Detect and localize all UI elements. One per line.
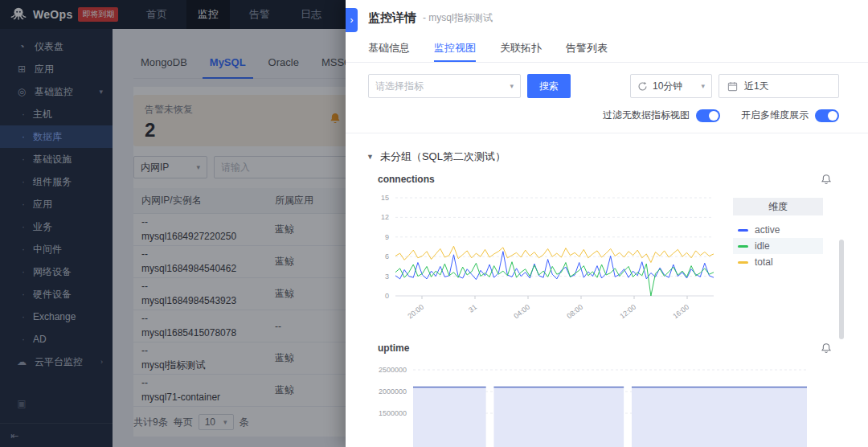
multi-dimension-toggle[interactable] bbox=[815, 109, 839, 122]
chevron-down-icon: ▾ bbox=[701, 82, 705, 90]
svg-text:9: 9 bbox=[385, 233, 389, 241]
drawer-tab-topology[interactable]: 关联拓扑 bbox=[500, 35, 542, 62]
legend-label: total bbox=[755, 256, 773, 268]
svg-text:1500000: 1500000 bbox=[379, 409, 407, 417]
charts-scroll-area: ▼ 未分组（SQL第二次测试） connections 0369121520:0… bbox=[346, 133, 868, 447]
svg-text:12: 12 bbox=[381, 213, 389, 221]
drawer-tab-monitor-view[interactable]: 监控视图 bbox=[434, 35, 476, 62]
chart-alarm-bell-icon[interactable] bbox=[820, 342, 833, 355]
metric-group-title: 未分组（SQL第二次测试） bbox=[380, 150, 506, 164]
drawer-collapse-button[interactable]: › bbox=[346, 8, 358, 32]
refresh-interval-value: 10分钟 bbox=[653, 80, 682, 93]
drawer-tab-alert-list[interactable]: 告警列表 bbox=[566, 35, 608, 62]
svg-text:2500000: 2500000 bbox=[379, 366, 407, 374]
drawer-title: 监控详情 bbox=[368, 10, 416, 26]
legend-label: idle bbox=[755, 240, 770, 252]
metric-group-header[interactable]: ▼ 未分组（SQL第二次测试） bbox=[366, 133, 833, 170]
drawer-header: 监控详情 - mysql指标测试 bbox=[346, 0, 868, 35]
svg-text:15: 15 bbox=[381, 194, 389, 202]
svg-text:6: 6 bbox=[385, 252, 389, 260]
legend-item-active[interactable]: active bbox=[733, 222, 823, 238]
legend-item-total[interactable]: total bbox=[733, 254, 823, 270]
svg-text:08:00: 08:00 bbox=[565, 303, 584, 321]
drawer-scrollbar[interactable] bbox=[839, 240, 844, 339]
connections-chart[interactable]: 0369121520:003104:0008:0012:0016:00 bbox=[366, 188, 728, 331]
filter-no-data-label: 过滤无数据指标视图 bbox=[603, 109, 690, 122]
legend-swatch-icon bbox=[738, 229, 748, 232]
time-range-value: 近1天 bbox=[744, 80, 769, 93]
chart-title-connections: connections bbox=[378, 174, 435, 185]
legend-swatch-icon bbox=[738, 245, 748, 248]
drawer-tabs: 基础信息监控视图关联拓扑告警列表 bbox=[346, 35, 868, 63]
metric-select-placeholder: 请选择指标 bbox=[375, 80, 424, 93]
drawer-subtitle: - mysql指标测试 bbox=[423, 11, 493, 25]
chevron-down-icon: ▾ bbox=[510, 82, 514, 90]
svg-text:16:00: 16:00 bbox=[671, 303, 690, 321]
svg-text:12:00: 12:00 bbox=[618, 303, 637, 321]
svg-text:20:00: 20:00 bbox=[406, 303, 425, 321]
app-root: WeOps 即将到期 首页监控告警日志 ◔仪表盘⊞应用◎基础监控▾·主机·数据库… bbox=[0, 0, 868, 447]
search-button[interactable]: 搜索 bbox=[527, 74, 571, 98]
legend-label: active bbox=[755, 224, 780, 236]
chart-legend: 维度 activeidletotal bbox=[733, 198, 823, 270]
svg-text:0: 0 bbox=[385, 292, 389, 300]
uptime-chart-card: uptime 250000020000001500000 bbox=[366, 339, 833, 447]
svg-text:3: 3 bbox=[385, 273, 389, 281]
legend-items: activeidletotal bbox=[733, 222, 823, 270]
drawer-toggles: 过滤无数据指标视图 开启多维度展示 bbox=[346, 98, 868, 133]
multi-dimension-label: 开启多维度展示 bbox=[741, 109, 809, 122]
filter-no-data-toggle[interactable] bbox=[696, 109, 720, 122]
refresh-interval-select[interactable]: 10分钟 ▾ bbox=[630, 74, 712, 98]
svg-text:04:00: 04:00 bbox=[512, 303, 531, 321]
svg-text:31: 31 bbox=[467, 303, 478, 314]
connections-chart-card: connections 0369121520:003104:0008:0012:… bbox=[366, 170, 833, 331]
svg-text:2000000: 2000000 bbox=[379, 388, 407, 396]
legend-swatch-icon bbox=[738, 261, 748, 264]
monitor-detail-drawer: › 监控详情 - mysql指标测试 基础信息监控视图关联拓扑告警列表 请选择指… bbox=[346, 0, 868, 447]
uptime-chart[interactable]: 250000020000001500000 bbox=[366, 359, 817, 447]
collapse-triangle-icon: ▼ bbox=[366, 153, 374, 161]
refresh-icon bbox=[637, 81, 648, 92]
chart-alarm-bell-icon[interactable] bbox=[820, 173, 833, 186]
drawer-controls: 请选择指标 ▾ 搜索 10分钟 ▾ bbox=[346, 63, 868, 98]
calendar-icon bbox=[727, 81, 738, 92]
legend-item-idle[interactable]: idle bbox=[733, 238, 823, 254]
time-range-picker[interactable]: 近1天 bbox=[719, 74, 839, 98]
metric-select[interactable]: 请选择指标 ▾ bbox=[368, 74, 521, 98]
chart-title-uptime: uptime bbox=[378, 342, 409, 354]
legend-title: 维度 bbox=[733, 198, 823, 215]
drawer-tab-basic-info[interactable]: 基础信息 bbox=[368, 35, 410, 62]
